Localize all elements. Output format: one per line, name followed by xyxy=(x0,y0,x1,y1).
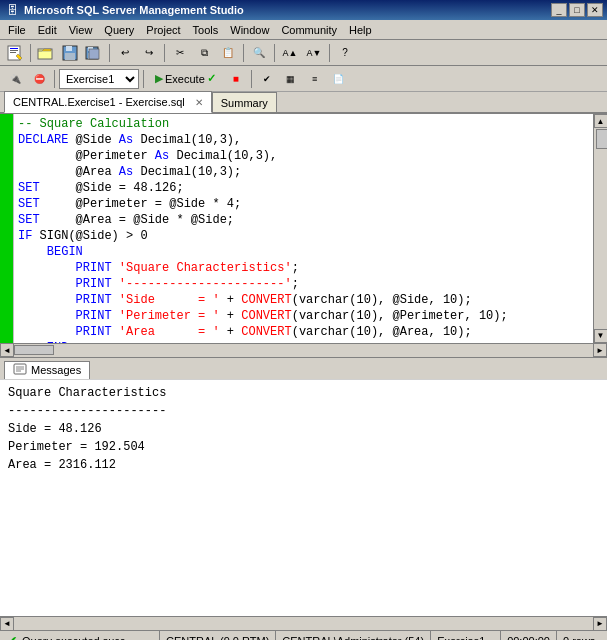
parse-button[interactable]: ✔ xyxy=(256,68,278,90)
new-query-button[interactable] xyxy=(4,42,26,64)
editor-hscrollbar[interactable]: ◄ ► xyxy=(0,343,607,357)
tab-exercise-sql[interactable]: CENTRAL.Exercise1 - Exercise.sql ✕ xyxy=(4,91,212,113)
execute-button[interactable]: ▶ Execute ✓ xyxy=(148,70,223,87)
status-user-pane: CENTRAL\Administrator (54) xyxy=(276,631,431,640)
menu-project[interactable]: Project xyxy=(140,22,186,38)
app-icon: 🗄 xyxy=(4,2,20,18)
status-time-pane: 00:00:00 xyxy=(501,631,557,640)
cut-button[interactable]: ✂ xyxy=(169,42,191,64)
toolbar-separator-5 xyxy=(274,44,275,62)
results-tab-bar: Messages xyxy=(0,357,607,379)
gutter-active xyxy=(0,114,13,343)
copy-button[interactable]: ⧉ xyxy=(193,42,215,64)
hscroll-track xyxy=(14,345,593,355)
code-line-10: PRINT 'Square Characteristics'; xyxy=(18,260,589,276)
hscroll-thumb[interactable] xyxy=(14,345,54,355)
menu-tools[interactable]: Tools xyxy=(187,22,225,38)
tab-bar: CENTRAL.Exercise1 - Exercise.sql ✕ Summa… xyxy=(0,92,607,114)
undo-button[interactable]: ↩ xyxy=(114,42,136,64)
vscroll-thumb[interactable] xyxy=(596,129,608,149)
vscroll-down-button[interactable]: ▼ xyxy=(594,329,608,343)
font-smaller[interactable]: A▼ xyxy=(303,42,325,64)
messages-tab[interactable]: Messages xyxy=(4,361,90,379)
toolbar-separator-4 xyxy=(243,44,244,62)
disconnect-button[interactable]: ⛔ xyxy=(28,68,50,90)
toolbar-separator-3 xyxy=(164,44,165,62)
results-hscroll-left[interactable]: ◄ xyxy=(0,617,14,631)
save-button[interactable] xyxy=(59,42,81,64)
code-line-7: SET @Area = @Side * @Side; xyxy=(18,212,589,228)
tab-exercise-label: CENTRAL.Exercise1 - Exercise.sql xyxy=(13,96,185,108)
menu-community[interactable]: Community xyxy=(275,22,343,38)
window-controls[interactable]: _ □ ✕ xyxy=(551,3,603,17)
close-button[interactable]: ✕ xyxy=(587,3,603,17)
status-time: 00:00:00 xyxy=(507,635,550,641)
status-db-pane: Exercise1 xyxy=(431,631,501,640)
result-line-3: Side = 48.126 xyxy=(8,420,599,438)
hscroll-right-button[interactable]: ► xyxy=(593,343,607,357)
help-button[interactable]: ? xyxy=(334,42,356,64)
status-message: Query executed succ... xyxy=(22,635,135,641)
toolbar-separator-6 xyxy=(329,44,330,62)
minimize-button[interactable]: _ xyxy=(551,3,567,17)
code-line-8: IF SIGN(@Side) > 0 xyxy=(18,228,589,244)
menu-bar: File Edit View Query Project Tools Windo… xyxy=(0,20,607,40)
toolbar-query: 🔌 ⛔ Exercise1 ▶ Execute ✓ ■ ✔ ▦ ≡ 📄 xyxy=(0,66,607,92)
tab-close-icon[interactable]: ✕ xyxy=(195,97,203,108)
stop-button[interactable]: ■ xyxy=(225,68,247,90)
svg-rect-1 xyxy=(10,48,18,49)
svg-rect-3 xyxy=(10,52,16,53)
find-button[interactable]: 🔍 xyxy=(248,42,270,64)
display-results-button[interactable]: ▦ xyxy=(280,68,302,90)
menu-edit[interactable]: Edit xyxy=(32,22,63,38)
result-line-4: Perimeter = 192.504 xyxy=(8,438,599,456)
toolbar-main: ↩ ↪ ✂ ⧉ 📋 🔍 A▲ A▼ ? xyxy=(0,40,607,66)
toolbar-separator-8 xyxy=(143,70,144,88)
vscroll-up-button[interactable]: ▲ xyxy=(594,114,608,128)
code-line-9: BEGIN xyxy=(18,244,589,260)
connect-button[interactable]: 🔌 xyxy=(4,68,26,90)
editor-wrapper: -- Square Calculation DECLARE @Side As D… xyxy=(0,114,607,343)
status-db: Exercise1 xyxy=(437,635,485,641)
menu-view[interactable]: View xyxy=(63,22,99,38)
toolbar-separator-1 xyxy=(30,44,31,62)
save-all-button[interactable] xyxy=(83,42,105,64)
code-line-11: PRINT '----------------------'; xyxy=(18,276,589,292)
svg-rect-9 xyxy=(65,53,75,60)
status-ok-icon: ✔ xyxy=(6,633,18,641)
menu-window[interactable]: Window xyxy=(224,22,275,38)
menu-help[interactable]: Help xyxy=(343,22,378,38)
editor-vscrollbar[interactable]: ▲ ▼ xyxy=(593,114,607,343)
code-line-3: @Perimeter As Decimal(10,3), xyxy=(18,148,589,164)
code-line-1: -- Square Calculation xyxy=(18,116,589,132)
code-line-13: PRINT 'Perimeter = ' + CONVERT(varchar(1… xyxy=(18,308,589,324)
font-larger[interactable]: A▲ xyxy=(279,42,301,64)
code-line-14: PRINT 'Area = ' + CONVERT(varchar(10), @… xyxy=(18,324,589,340)
code-line-12: PRINT 'Side = ' + CONVERT(varchar(10), @… xyxy=(18,292,589,308)
database-dropdown[interactable]: Exercise1 xyxy=(59,69,139,89)
code-editor[interactable]: -- Square Calculation DECLARE @Side As D… xyxy=(14,114,593,343)
results-file-button[interactable]: 📄 xyxy=(328,68,350,90)
results-text-button[interactable]: ≡ xyxy=(304,68,326,90)
menu-query[interactable]: Query xyxy=(98,22,140,38)
status-message-pane: ✔ Query executed succ... xyxy=(0,631,160,640)
redo-button[interactable]: ↪ xyxy=(138,42,160,64)
toolbar-separator-7 xyxy=(54,70,55,88)
messages-tab-label: Messages xyxy=(31,364,81,376)
open-button[interactable] xyxy=(35,42,57,64)
result-line-5: Area = 2316.112 xyxy=(8,456,599,474)
hscroll-left-button[interactable]: ◄ xyxy=(0,343,14,357)
tab-summary[interactable]: Summary xyxy=(212,92,277,112)
results-content[interactable]: Square Characteristics -----------------… xyxy=(0,379,607,617)
code-line-6: SET @Perimeter = @Side * 4; xyxy=(18,196,589,212)
maximize-button[interactable]: □ xyxy=(569,3,585,17)
content-area: -- Square Calculation DECLARE @Side As D… xyxy=(0,114,607,630)
status-rows-pane: 0 rows xyxy=(557,631,601,640)
menu-file[interactable]: File xyxy=(2,22,32,38)
results-hscroll-right[interactable]: ► xyxy=(593,617,607,631)
results-hscrollbar[interactable]: ◄ ► xyxy=(0,616,607,630)
paste-button[interactable]: 📋 xyxy=(217,42,239,64)
result-line-1: Square Characteristics xyxy=(8,384,599,402)
code-line-5: SET @Side = 48.126; xyxy=(18,180,589,196)
status-rows: 0 rows xyxy=(563,635,595,641)
